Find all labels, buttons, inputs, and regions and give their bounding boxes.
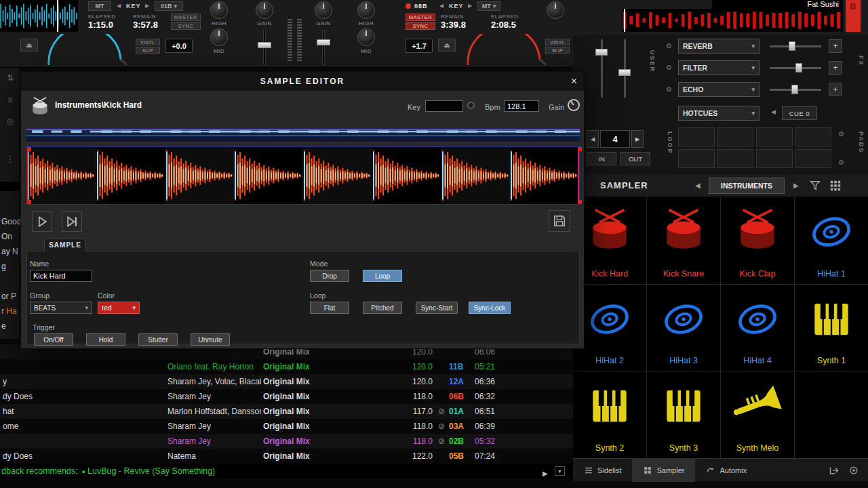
tab-sampler[interactable]: Sampler	[632, 459, 695, 482]
deck-b-master-button[interactable]: MASTER	[406, 14, 435, 21]
sample-pad-kick-snare[interactable]: Kick Snare	[647, 197, 720, 284]
fx-echo-slider-handle[interactable]	[791, 85, 798, 94]
fx-filter-slider[interactable]	[770, 63, 821, 73]
sort-updown-icon[interactable]: ⇅	[0, 73, 20, 83]
sample-pad-synth-2[interactable]: Synth 2	[573, 371, 646, 458]
sample-pad-synth-melo[interactable]: Synth Melo	[721, 371, 794, 458]
track-title-fragment[interactable]: r Ha	[1, 304, 20, 319]
sample-pad-hihat-3[interactable]: HiHat 3	[647, 285, 720, 371]
loop-size-display[interactable]: 4	[600, 130, 630, 148]
table-row[interactable]: dy DoesNatemaOriginal Mix122.005B07:24	[0, 449, 573, 464]
trigger-stutter-button[interactable]: Stutter	[138, 333, 178, 346]
mode-loop-button[interactable]: Loop	[363, 270, 402, 282]
deck-b-key-left-icon[interactable]: ◀	[439, 1, 443, 11]
pads-led-2[interactable]	[839, 160, 844, 165]
track-title-fragment[interactable]: Good	[1, 214, 20, 229]
pad-button[interactable]	[795, 149, 832, 168]
close-icon[interactable]: ×	[571, 74, 577, 89]
deck-b-filter-knob[interactable]	[547, 1, 564, 19]
eq-high-knob-a[interactable]	[210, 1, 228, 19]
skip-end-button[interactable]	[62, 211, 82, 232]
deck-fader-1[interactable]	[595, 39, 608, 98]
deck-b-waveform[interactable]	[623, 9, 843, 32]
save-button[interactable]	[549, 210, 570, 232]
deck-b-vinyl-button[interactable]: VINYL	[545, 39, 570, 45]
fx-reverb-slider[interactable]	[770, 41, 821, 51]
deck-a-waveform[interactable]	[0, 0, 78, 32]
sample-pad-hihat-4[interactable]: HiHat 4	[721, 285, 794, 371]
bank-next-icon[interactable]: ▶	[793, 182, 799, 189]
deck-a-eject-button[interactable]: ⏏	[20, 39, 38, 52]
deck-b-mt-button[interactable]: MT▾	[477, 1, 500, 11]
deck-b-eject-button[interactable]: ⏏	[438, 39, 456, 52]
volume-fader-a-handle[interactable]	[258, 42, 271, 48]
deck-a-sync-button[interactable]: SYNC	[171, 22, 201, 30]
gain-knob-b[interactable]	[315, 1, 332, 19]
mode-drop-button[interactable]: Drop	[310, 270, 349, 282]
deck-b-slip-button[interactable]: SLIP	[545, 47, 570, 54]
user-panel-label[interactable]: USER	[649, 50, 656, 73]
color-select[interactable]: red▾	[98, 302, 140, 314]
pad-button[interactable]	[795, 127, 832, 146]
sample-pad-synth-3[interactable]: Synth 3	[647, 371, 720, 458]
track-title-fragment[interactable]: g	[1, 259, 20, 274]
grid-view-icon[interactable]	[829, 180, 842, 192]
fx-reverb-slider-handle[interactable]	[789, 41, 795, 51]
hotcues-select[interactable]: HOTCUES▾	[678, 106, 760, 121]
tab-sidelist[interactable]: Sidelist	[573, 459, 632, 482]
fx-slot-filter-select[interactable]: FILTER▾	[678, 60, 760, 75]
fx-echo-slider[interactable]	[770, 85, 821, 94]
deck-b-pitch-display[interactable]: +1.7	[406, 39, 433, 53]
deck-fader-1-handle[interactable]	[595, 49, 608, 56]
trigger-onoff-button[interactable]: On/Off	[34, 333, 73, 346]
table-row-selected[interactable]: Sharam JeyOriginal Mix118.0⊘02B05:32	[0, 434, 573, 449]
fx-reverb-add-button[interactable]: +	[829, 39, 842, 53]
export-icon[interactable]	[829, 465, 840, 476]
fx-3-led[interactable]	[667, 87, 671, 92]
recommendation-track[interactable]: LuvBug - Revive (Say Something)	[87, 466, 215, 476]
sample-pad-kick-clap[interactable]: Kick Clap	[721, 197, 794, 284]
loop-half-button[interactable]: ◀	[587, 130, 599, 148]
fx-slot-echo-select[interactable]: ECHO▾	[678, 82, 760, 97]
deck-a-key-left-icon[interactable]: ◀	[117, 1, 121, 11]
key-input[interactable]	[425, 100, 463, 112]
gain-knob-a[interactable]	[256, 1, 273, 19]
volume-fader-b-handle[interactable]	[317, 39, 330, 45]
pad-button[interactable]	[678, 127, 715, 146]
fx-filter-add-button[interactable]: +	[829, 61, 842, 75]
preview-play-icon[interactable]: ▶	[542, 466, 548, 481]
sampler-bank-select[interactable]: INSTRUMENTS	[709, 178, 785, 194]
eq-mid-knob-a[interactable]	[210, 28, 228, 46]
trigger-hold-button[interactable]: Hold	[86, 333, 125, 346]
deck-fader-2-handle[interactable]	[618, 69, 631, 76]
fx-filter-slider-handle[interactable]	[795, 63, 802, 73]
track-title-fragment[interactable]: or P	[1, 289, 20, 304]
eq-mid-knob-b[interactable]	[357, 28, 375, 46]
sample-pad-hihat-1[interactable]: HiHat 1	[795, 197, 868, 284]
target-icon[interactable]: ◎	[0, 117, 20, 126]
sample-pad-empty[interactable]	[795, 371, 868, 458]
fx-echo-add-button[interactable]: +	[829, 83, 842, 96]
deck-b-jogwheel[interactable]	[458, 34, 550, 66]
dialog-titlebar[interactable]: SAMPLE EDITOR ×	[21, 72, 584, 91]
loop-out-marker[interactable]	[578, 147, 579, 204]
loop-in-marker[interactable]	[27, 147, 28, 204]
gain-knob[interactable]	[568, 99, 580, 111]
filter-funnel-icon[interactable]	[809, 180, 821, 192]
fx-slot-reverb-select[interactable]: REVERB▾	[678, 39, 760, 54]
loop-out-button[interactable]: OUT	[620, 152, 650, 165]
deck-b-sync-button[interactable]: SYNC	[406, 22, 435, 30]
more-dots-icon[interactable]: ⋮	[0, 155, 20, 164]
waveform-overview[interactable]	[26, 129, 580, 142]
bank-prev-icon[interactable]: ◀	[695, 182, 701, 189]
sample-pad-synth-1[interactable]: Synth 1	[795, 285, 868, 371]
table-row[interactable]: Oriano feat. Ray HortonOriginal Mix120.0…	[0, 359, 573, 374]
track-title-fragment[interactable]: ay N	[1, 244, 20, 259]
loop-pitched-button[interactable]: Pitched	[363, 302, 402, 314]
tab-automix[interactable]: Automix	[695, 459, 757, 482]
loop-sync-start-button[interactable]: Sync-Start	[416, 302, 458, 314]
table-row[interactable]: ySharam Jey, Volac, BlacatOriginal Mix12…	[0, 374, 573, 389]
cue-prev-icon[interactable]: ◀	[771, 108, 776, 115]
track-title-fragment[interactable]: e	[1, 319, 20, 333]
sample-waveform[interactable]	[26, 146, 580, 205]
